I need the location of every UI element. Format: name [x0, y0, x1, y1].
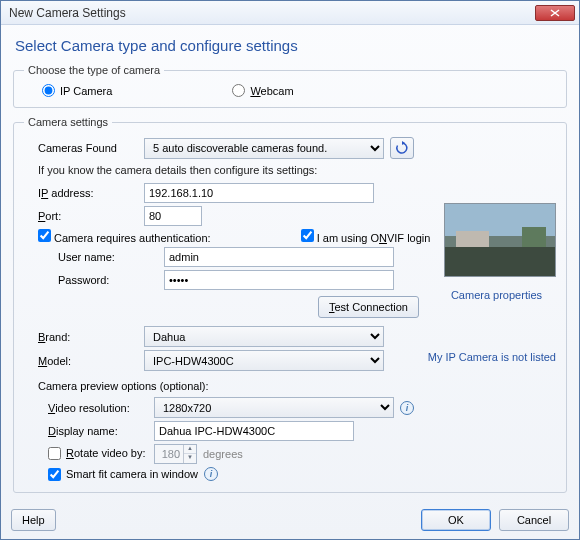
spinner-up[interactable]: ▲: [184, 445, 196, 454]
close-icon: [550, 9, 560, 17]
smartfit-checkbox[interactable]: Smart fit camera in window: [48, 468, 198, 481]
radio-ip-camera-input[interactable]: [42, 84, 55, 97]
radio-ip-camera-label: IP Camera: [60, 85, 112, 97]
onvif-label: I am using ONVIF login: [317, 232, 431, 244]
radio-webcam-input[interactable]: [232, 84, 245, 97]
camera-settings-legend: Camera settings: [24, 116, 112, 128]
dialog-window: New Camera Settings Select Camera type a…: [0, 0, 580, 540]
smartfit-input[interactable]: [48, 468, 61, 481]
rotate-value-input[interactable]: [155, 445, 183, 463]
cameras-found-select[interactable]: 5 auto discoverable cameras found.: [144, 138, 384, 159]
rotate-checkbox-input[interactable]: [48, 447, 61, 460]
onvif-checkbox[interactable]: I am using ONVIF login: [301, 229, 431, 244]
not-listed-link[interactable]: My IP Camera is not listed: [428, 351, 556, 363]
page-heading: Select Camera type and configure setting…: [15, 37, 567, 54]
camera-settings-group: Camera settings Cameras Found 5 auto dis…: [13, 116, 567, 493]
username-input[interactable]: [164, 247, 394, 267]
port-input[interactable]: [144, 206, 202, 226]
radio-webcam[interactable]: Webcam: [232, 84, 293, 97]
ok-button[interactable]: OK: [421, 509, 491, 531]
rotate-video-row: Rotate video by:: [24, 447, 154, 462]
display-name-input[interactable]: [154, 421, 354, 441]
display-name-label: Display name:: [24, 425, 154, 437]
info-icon[interactable]: i: [400, 401, 414, 415]
refresh-icon: [395, 141, 409, 155]
requires-auth-label: Camera requires authentication:: [54, 232, 211, 244]
smartfit-label: Smart fit camera in window: [66, 468, 198, 480]
camera-properties-link[interactable]: Camera properties: [451, 289, 542, 301]
refresh-button[interactable]: [390, 137, 414, 159]
ip-address-input[interactable]: [144, 183, 374, 203]
video-resolution-label: Video resolution:: [24, 402, 154, 414]
cancel-button[interactable]: Cancel: [499, 509, 569, 531]
rotate-spinner[interactable]: ▲ ▼: [154, 444, 197, 464]
video-resolution-select[interactable]: 1280x720: [154, 397, 394, 418]
degrees-label: degrees: [203, 448, 243, 460]
rotate-label: Rotate video by:: [66, 447, 146, 459]
spinner-buttons[interactable]: ▲ ▼: [183, 445, 196, 463]
info-icon[interactable]: i: [204, 467, 218, 481]
camera-preview-thumbnail: [444, 203, 556, 277]
port-label: Port:: [24, 210, 144, 222]
cameras-found-label: Cameras Found: [24, 142, 144, 154]
password-input[interactable]: [164, 270, 394, 290]
config-hint: If you know the camera details then conf…: [24, 162, 556, 180]
spinner-down[interactable]: ▼: [184, 454, 196, 463]
model-label: Model:: [24, 355, 144, 367]
bottom-bar: Help OK Cancel: [1, 503, 579, 539]
brand-select[interactable]: Dahua: [144, 326, 384, 347]
titlebar: New Camera Settings: [1, 1, 579, 25]
rotate-checkbox[interactable]: Rotate video by:: [48, 447, 146, 460]
requires-auth-input[interactable]: [38, 229, 51, 242]
test-connection-button[interactable]: Test Connection: [318, 296, 419, 318]
brand-label: Brand:: [24, 331, 144, 343]
camera-type-legend: Choose the type of camera: [24, 64, 164, 76]
password-label: Password:: [24, 274, 164, 286]
ip-address-label: IP address:: [24, 187, 144, 199]
window-title: New Camera Settings: [9, 6, 126, 20]
username-label: User name:: [24, 251, 164, 263]
radio-webcam-label: Webcam: [250, 85, 293, 97]
help-button[interactable]: Help: [11, 509, 56, 531]
model-select[interactable]: IPC-HDW4300C: [144, 350, 384, 371]
dialog-body: Select Camera type and configure setting…: [1, 25, 579, 503]
camera-type-group: Choose the type of camera IP Camera Webc…: [13, 64, 567, 108]
onvif-input[interactable]: [301, 229, 314, 242]
radio-ip-camera[interactable]: IP Camera: [42, 84, 112, 97]
close-button[interactable]: [535, 5, 575, 21]
requires-auth-checkbox[interactable]: Camera requires authentication:: [38, 229, 211, 244]
preview-options-label: Camera preview options (optional):: [24, 374, 556, 394]
